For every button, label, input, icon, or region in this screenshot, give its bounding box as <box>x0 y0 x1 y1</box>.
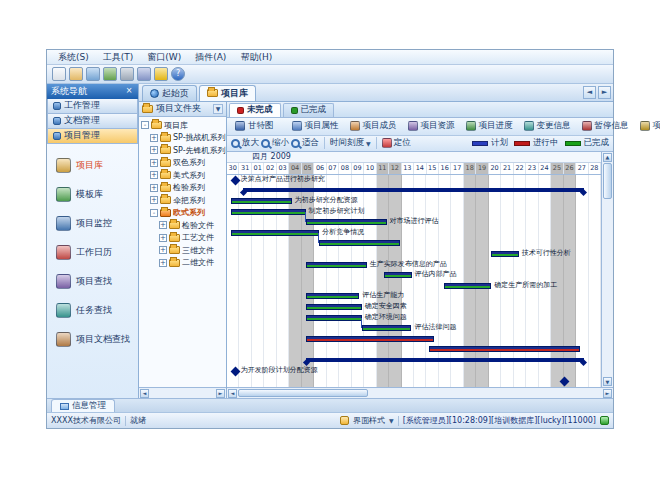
close-icon[interactable]: × <box>124 86 134 96</box>
tree-expander[interactable]: + <box>159 221 167 229</box>
gantt-task-bar[interactable] <box>306 293 360 299</box>
gantt-task-bar[interactable] <box>444 283 491 289</box>
gantt-toolbar-button[interactable]: 甘特图 <box>230 118 279 134</box>
gantt-summary-bar[interactable] <box>243 188 583 192</box>
gantt-toolbar-button[interactable]: 变更信息 <box>519 118 576 134</box>
gantt-task-bar[interactable] <box>384 272 411 278</box>
gantt-task-bar[interactable] <box>306 219 387 225</box>
fit-icon[interactable] <box>291 139 300 148</box>
tree-expander[interactable]: - <box>150 209 158 217</box>
tree-expander[interactable]: + <box>159 259 167 267</box>
gantt-task-bar[interactable] <box>491 251 518 257</box>
tab-unfinished[interactable]: 未完成 <box>229 103 281 117</box>
menu-item[interactable]: 窗口(W) <box>140 50 188 65</box>
tree-expander[interactable]: + <box>159 234 167 242</box>
vertical-scrollbar[interactable]: ▲ ▼ <box>602 152 613 387</box>
chart-icon[interactable] <box>103 67 117 81</box>
gantt-task-bar[interactable] <box>319 240 400 246</box>
gantt-task-bar[interactable] <box>306 262 367 268</box>
tree-node[interactable]: +伞把系列 <box>141 194 226 207</box>
menu-item[interactable]: 帮助(H) <box>233 50 279 65</box>
tree-node[interactable]: +工艺文件 <box>141 231 226 244</box>
tree-node[interactable]: +SP-先锋机系列 <box>141 144 226 157</box>
gantt-toolbar-button[interactable]: 项目资源 <box>403 118 460 134</box>
zoom-out-icon[interactable] <box>261 139 270 148</box>
chevron-down-icon[interactable]: ▼ <box>389 417 394 424</box>
tree-node[interactable]: +三维文件 <box>141 244 226 257</box>
pin-icon[interactable]: ▼ <box>213 104 223 114</box>
gantt-task-bar[interactable] <box>231 198 292 204</box>
scroll-left-icon[interactable]: ◄ <box>140 389 149 398</box>
horizontal-scroll-thumb[interactable] <box>238 389 368 397</box>
gantt-toolbar-button[interactable]: 项目进度 <box>461 118 518 134</box>
gantt-task-bar[interactable] <box>429 346 580 352</box>
gantt-toolbar-button[interactable]: 项目属性 <box>287 118 344 134</box>
zoom-in-icon[interactable] <box>231 139 240 148</box>
tree-node[interactable]: +检验系列 <box>141 181 226 194</box>
scroll-left-icon[interactable]: ◄ <box>228 389 237 398</box>
scroll-right-icon[interactable]: ► <box>216 389 225 398</box>
sidebar-group-button[interactable]: 工作管理 <box>47 99 138 114</box>
zoom-out-button[interactable]: 缩小 <box>272 137 289 149</box>
scroll-up-icon[interactable]: ▲ <box>603 153 612 162</box>
tab-project-library[interactable]: 项目库 <box>199 85 256 101</box>
gantt-task-bar[interactable] <box>231 230 320 236</box>
tab-scroll-right-button[interactable]: ► <box>598 86 611 99</box>
printer-icon[interactable] <box>120 67 134 81</box>
vertical-scroll-thumb[interactable] <box>603 163 612 199</box>
gantt-task-bar[interactable] <box>306 336 434 342</box>
scroll-down-icon[interactable]: ▼ <box>603 377 612 386</box>
tab-finished[interactable]: 已完成 <box>283 103 335 117</box>
tree-node[interactable]: -项目库 <box>141 119 226 132</box>
sidebar-item[interactable]: 项目监控 <box>47 209 138 238</box>
tree-node[interactable]: -欧式系列 <box>141 206 226 219</box>
tree-node[interactable]: +双色系列 <box>141 156 226 169</box>
tree-expander[interactable]: + <box>150 196 158 204</box>
sidebar-item[interactable]: 模板库 <box>47 180 138 209</box>
tab-message-management[interactable]: 信息管理 <box>51 399 115 412</box>
timescale-dropdown[interactable]: 时间刻度 <box>330 137 364 149</box>
horizontal-scrollbar[interactable]: ◄ ► <box>227 387 613 398</box>
tree-expander[interactable]: + <box>150 184 158 192</box>
gantt-summary-bar[interactable] <box>306 358 584 362</box>
gantt-toolbar-button[interactable]: 项目预算 <box>635 118 660 134</box>
gantt-task-bar[interactable] <box>231 209 306 215</box>
ui-style-dropdown[interactable]: 界面样式 <box>353 415 385 426</box>
ui-style-icon[interactable] <box>340 416 349 425</box>
tree-expander[interactable]: - <box>141 121 149 129</box>
fit-button[interactable]: 适合 <box>302 137 319 149</box>
tree-hscrollbar[interactable]: ◄ ► <box>139 387 226 398</box>
scroll-right-icon[interactable]: ► <box>603 389 612 398</box>
tree-expander[interactable]: + <box>150 159 158 167</box>
tree-node[interactable]: +美式系列 <box>141 169 226 182</box>
gantt-task-bar[interactable] <box>306 304 362 310</box>
locate-button[interactable]: 定位 <box>394 137 411 149</box>
gantt-toolbar-button[interactable]: 项目成员 <box>345 118 402 134</box>
window-icon[interactable] <box>86 67 100 81</box>
tree-node[interactable]: +二维文件 <box>141 256 226 269</box>
new-page-icon[interactable] <box>52 67 66 81</box>
tab-start-page[interactable]: 起始页 <box>142 85 197 101</box>
tree-expander[interactable]: + <box>150 134 158 142</box>
calculator-icon[interactable] <box>137 67 151 81</box>
tree-node[interactable]: +SP-挑战机系列 <box>141 131 226 144</box>
sidebar-item[interactable]: 项目库 <box>47 151 138 180</box>
gantt-toolbar-button[interactable]: 暂停信息 <box>577 118 634 134</box>
help-icon[interactable]: ? <box>171 67 185 81</box>
zoom-in-button[interactable]: 放大 <box>242 137 259 149</box>
sidebar-group-active[interactable]: 项目管理 <box>47 129 138 144</box>
sidebar-item[interactable]: 项目文档查找 <box>47 325 138 354</box>
sidebar-group-button[interactable]: 文档管理 <box>47 114 138 129</box>
tree-expander[interactable]: + <box>159 246 167 254</box>
menu-item[interactable]: 工具(T) <box>96 50 141 65</box>
menu-item[interactable]: 插件(A) <box>188 50 233 65</box>
gantt-task-bar[interactable] <box>362 325 412 331</box>
tree-expander[interactable]: + <box>150 146 158 154</box>
sidebar-item[interactable]: 项目查找 <box>47 267 138 296</box>
sidebar-item[interactable]: 任务查找 <box>47 296 138 325</box>
gantt-task-bar[interactable] <box>306 315 362 321</box>
menu-item[interactable]: 系统(S) <box>51 50 96 65</box>
sidebar-item[interactable]: 工作日历 <box>47 238 138 267</box>
open-folder-icon[interactable] <box>69 67 83 81</box>
tab-scroll-left-button[interactable]: ◄ <box>583 86 596 99</box>
